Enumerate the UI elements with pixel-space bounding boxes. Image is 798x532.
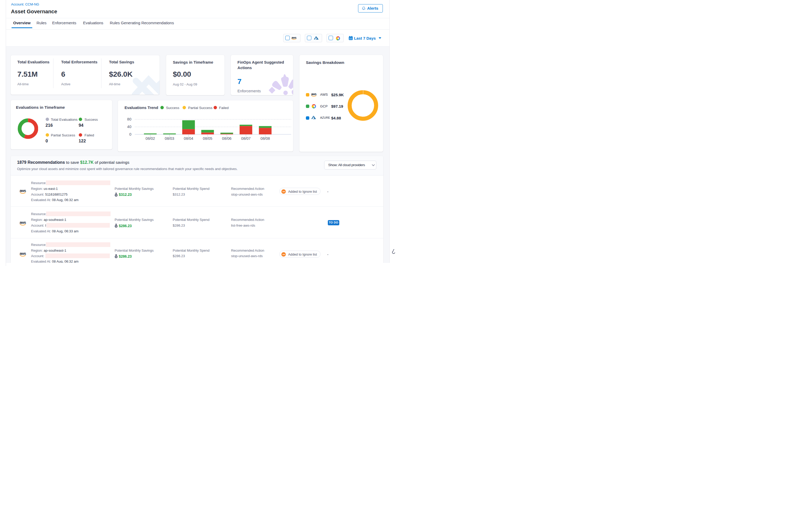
svg-text:aws: aws <box>291 36 297 39</box>
svg-text:40: 40 <box>127 125 131 129</box>
svg-text:08/05: 08/05 <box>203 136 212 140</box>
svg-text:$: $ <box>116 256 117 258</box>
svg-text:$: $ <box>116 225 117 227</box>
svg-text:0: 0 <box>129 132 131 136</box>
svg-text:aws: aws <box>20 251 26 255</box>
svg-text:08/04: 08/04 <box>184 136 193 140</box>
svg-text:08/02: 08/02 <box>146 136 155 140</box>
svg-text:aws: aws <box>20 189 26 193</box>
svg-text:$: $ <box>116 194 117 196</box>
svg-text:08/06: 08/06 <box>222 136 231 140</box>
svg-text:80: 80 <box>127 117 131 121</box>
svg-text:aws: aws <box>20 220 26 225</box>
svg-text:08/03: 08/03 <box>165 136 174 140</box>
svg-text:08/07: 08/07 <box>241 136 250 140</box>
svg-text:08/08: 08/08 <box>260 136 270 140</box>
